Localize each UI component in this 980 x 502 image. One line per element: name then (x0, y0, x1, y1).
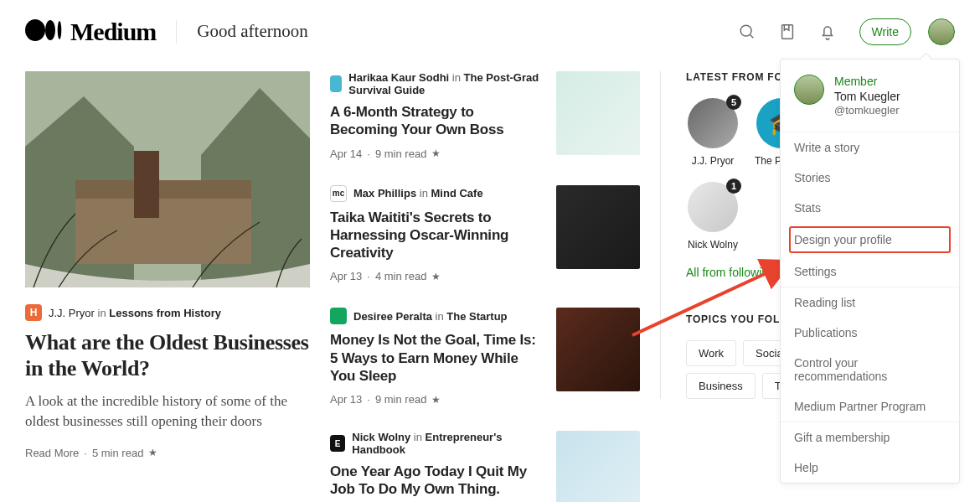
story-item[interactable]: Desiree Peralta in The Startup Money Is … (330, 308, 640, 406)
dropdown-item-medium-partner-program[interactable]: Medium Partner Program (781, 391, 959, 422)
search-icon[interactable] (737, 22, 757, 42)
user-dropdown: Member Tom Kuegler @tomkuegler Write a s… (780, 59, 960, 484)
story-item[interactable]: Harikaa Kaur Sodhi in The Post-Grad Surv… (330, 71, 640, 160)
member-badge: Member (834, 75, 900, 88)
all-following-link[interactable]: All from following (686, 266, 775, 279)
dropdown-user-name: Tom Kuegler (834, 90, 900, 103)
feature-in-word: in (98, 307, 106, 319)
star-icon: ★ (148, 447, 157, 458)
svg-line-4 (750, 34, 753, 38)
feature-meta: H J.J. Pryor in Lessons from History (25, 304, 310, 321)
feature-byline[interactable]: J.J. Pryor in Lessons from History (49, 307, 221, 319)
story-footer: Apr 13 · 9 min read ★ (330, 393, 541, 406)
avatar-menu-button[interactable] (928, 18, 955, 45)
dropdown-item-stories[interactable]: Stories (781, 163, 959, 193)
story-title[interactable]: Money Is Not the Goal, Time Is: 5 Ways t… (330, 331, 541, 385)
story-thumbnail[interactable] (556, 431, 640, 502)
following-avatar[interactable]: 5 (688, 98, 738, 148)
feature-subtitle: A look at the incredible history of some… (25, 391, 310, 432)
story-date: Apr 13 (330, 270, 362, 282)
story-title[interactable]: A 6-Month Strategy to Becoming Your Own … (330, 103, 541, 139)
feature-pub-badge[interactable]: H (25, 304, 42, 321)
story-byline[interactable]: Desiree Peralta in The Startup (353, 310, 508, 323)
story-read-time: 9 min read (375, 147, 426, 160)
svg-rect-10 (75, 180, 251, 199)
feature-publication[interactable]: Lessons from History (109, 307, 221, 319)
divider (176, 20, 177, 44)
topic-chip[interactable]: Work (686, 340, 736, 366)
feature-read-time: 5 min read (92, 447, 143, 459)
greeting-text: Good afternoon (197, 21, 307, 42)
svg-point-0 (25, 19, 45, 41)
dropdown-item-settings[interactable]: Settings (781, 256, 959, 287)
star-icon: ★ (431, 271, 441, 282)
dropdown-item-reading-list[interactable]: Reading list (781, 287, 959, 318)
publication-chip[interactable]: E (330, 435, 345, 452)
dropdown-group-3: Gift a membershipHelp (781, 422, 959, 483)
following-name: J.J. Pryor (686, 155, 740, 167)
dropdown-item-stats[interactable]: Stats (781, 193, 959, 223)
story-byline[interactable]: Harikaa Kaur Sodhi in The Post-Grad Surv… (348, 71, 541, 96)
story-list: Harikaa Kaur Sodhi in The Post-Grad Surv… (330, 71, 640, 502)
following-name: Nick Wolny (686, 239, 740, 251)
dropdown-user-handle: @tomkuegler (834, 104, 900, 116)
star-icon: ★ (431, 394, 441, 406)
top-header: Medium Good afternoon Write (0, 0, 980, 63)
feature-title[interactable]: What are the Oldest Businesses in the Wo… (25, 329, 310, 381)
star-icon: ★ (431, 147, 441, 159)
story-read-time: 9 min read (375, 393, 426, 406)
story-title[interactable]: Taika Waititi's Secrets to Harnessing Os… (330, 209, 541, 262)
medium-logo-icon (25, 19, 64, 44)
dropdown-item-write-a-story[interactable]: Write a story (781, 132, 959, 163)
dropdown-group-2: Reading listPublicationsControl your rec… (781, 287, 959, 422)
unread-badge: 1 (726, 179, 741, 194)
story-date: Apr 14 (330, 147, 362, 160)
svg-rect-11 (134, 151, 159, 218)
avatar-icon (794, 75, 824, 105)
publication-chip[interactable] (330, 308, 347, 324)
write-button[interactable]: Write (859, 18, 911, 45)
dot-separator: · (84, 447, 87, 459)
feature-author[interactable]: J.J. Pryor (49, 307, 95, 319)
following-item[interactable]: 5 J.J. Pryor (686, 98, 740, 167)
story-byline[interactable]: Nick Wolny in Entrepreneur's Handbook (352, 431, 541, 456)
read-more-link[interactable]: Read More (25, 447, 79, 459)
topic-chip[interactable]: Business (686, 373, 756, 399)
bell-icon[interactable] (818, 22, 838, 42)
bookmark-icon[interactable] (777, 22, 797, 42)
dropdown-group-1: Write a storyStoriesStatsDesign your pro… (781, 132, 959, 287)
story-byline[interactable]: Max Phillips in Mind Cafe (353, 187, 483, 199)
publication-chip[interactable] (330, 75, 342, 92)
story-footer: Apr 14 · 9 min read ★ (330, 147, 541, 160)
dropdown-item-gift-a-membership[interactable]: Gift a membership (781, 422, 959, 453)
story-title[interactable]: One Year Ago Today I Quit My Job To Do M… (330, 463, 541, 502)
story-item[interactable]: mc Max Phillips in Mind Cafe Taika Waiti… (330, 185, 640, 283)
story-thumbnail[interactable] (556, 185, 640, 269)
story-item[interactable]: E Nick Wolny in Entrepreneur's Handbook … (330, 431, 640, 502)
brand-logo[interactable]: Medium (25, 18, 156, 46)
dropdown-item-control-your-recommendations[interactable]: Control your recommendations (781, 348, 959, 391)
story-read-time: 4 min read (375, 270, 426, 282)
story-thumbnail[interactable] (556, 308, 640, 391)
story-footer: Apr 13 · 4 min read ★ (330, 270, 541, 282)
story-date: Apr 13 (330, 393, 362, 406)
feature-footer: Read More · 5 min read ★ (25, 447, 310, 459)
svg-rect-9 (75, 197, 251, 264)
story-thumbnail[interactable] (556, 71, 640, 155)
dropdown-item-design-your-profile[interactable]: Design your profile (789, 226, 951, 253)
dropdown-profile-header[interactable]: Member Tom Kuegler @tomkuegler (781, 60, 959, 132)
feature-image[interactable] (25, 71, 310, 287)
publication-chip[interactable]: mc (330, 185, 347, 202)
following-item[interactable]: 1 Nick Wolny (686, 182, 740, 251)
unread-badge: 5 (726, 95, 741, 110)
svg-point-2 (58, 21, 62, 39)
svg-rect-5 (781, 24, 792, 39)
feature-column: H J.J. Pryor in Lessons from History Wha… (25, 71, 310, 502)
following-avatar[interactable]: 1 (688, 182, 738, 232)
dropdown-item-help[interactable]: Help (781, 453, 959, 483)
svg-point-3 (740, 25, 751, 36)
dropdown-item-publications[interactable]: Publications (781, 318, 959, 348)
brand-name: Medium (70, 18, 156, 46)
svg-point-1 (45, 20, 55, 40)
